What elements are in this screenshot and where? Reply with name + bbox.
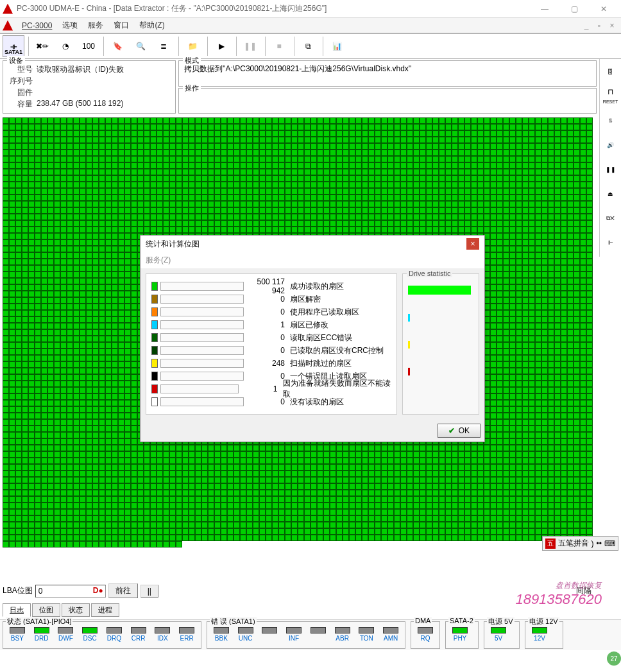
- dialog-title-bar[interactable]: 统计和计算位图 ×: [140, 236, 484, 252]
- tool-meter-icon[interactable]: ◔: [55, 35, 76, 57]
- led-12v: [532, 627, 547, 633]
- mdi-minimize[interactable]: _: [580, 20, 593, 31]
- menu-bar: PC-3000 选项 服务 窗口 帮助(Z) _ ▫ ×: [0, 18, 621, 33]
- ops-block: 操作: [178, 88, 597, 114]
- menu-app[interactable]: PC-3000: [17, 21, 57, 30]
- app-icon-small: [3, 21, 13, 31]
- device-model: 读取驱动器标识（ID)失败: [37, 64, 124, 75]
- side-sound-icon[interactable]: 🔊: [601, 135, 620, 155]
- ime-comma-icon: ••: [597, 539, 602, 548]
- device-info: 设备 型号读取驱动器标识（ID)失败 序列号 固件 容量238.47 GB (5…: [3, 60, 176, 114]
- ime-text: 五笔拼音: [558, 538, 589, 549]
- led-phy: [452, 627, 468, 633]
- dialog-title: 统计和计算位图: [146, 239, 200, 250]
- stat-row: 248扫描时跳过的扇区: [151, 358, 391, 369]
- stat-row: 0扇区解密: [151, 293, 391, 305]
- status-group-5v: 电源 5V 5V: [484, 621, 520, 649]
- check-icon: ✔: [448, 426, 455, 435]
- tool-sata1[interactable]: ⟛ SATA1: [3, 35, 24, 57]
- mdi-close[interactable]: ×: [606, 20, 618, 31]
- status-group-12v: 电源 12V 12V: [525, 621, 563, 649]
- side-connector-icon[interactable]: ⊩: [601, 232, 620, 253]
- right-sidebar: 🗄 ⊓RESET ⥮ 🔊 ❚❚ ⏏ ⧉✕ ⊩: [599, 59, 621, 257]
- menu-service[interactable]: 服务: [83, 20, 108, 31]
- maximize-button[interactable]: ▢: [559, 1, 589, 17]
- tool-pause-icon[interactable]: ❚❚: [239, 35, 261, 57]
- pause-button[interactable]: ||: [140, 585, 158, 598]
- status-group-dma: DMA RQ: [411, 621, 440, 649]
- dialog-menu[interactable]: 服务(Z): [140, 252, 484, 268]
- side-switch-icon[interactable]: ⥮: [601, 110, 620, 131]
- mode-text: 拷贝数据到''A:\PC3000\20190821-上海闪迪256G\Virtu…: [184, 64, 411, 73]
- side-disk-icon[interactable]: 🗄: [601, 62, 620, 82]
- goto-button[interactable]: 前往: [108, 583, 138, 598]
- stat-row: 1扇区已修改: [151, 319, 391, 331]
- stat-row: 0使用程序已读取扇区: [151, 306, 391, 318]
- status-group-sata2: SATA-2 PHY: [445, 621, 479, 649]
- stat-row: 0读取扇区ECC错误: [151, 332, 391, 343]
- badge-27: 27: [607, 651, 621, 666]
- led-rq: [418, 627, 433, 633]
- ime-moon-icon: ): [591, 539, 594, 548]
- ime-bar[interactable]: 五 五笔拼音 ) •• ⌨: [542, 536, 618, 551]
- tab-log[interactable]: 日志: [3, 603, 31, 617]
- tool-stop-icon[interactable]: ■: [268, 35, 290, 57]
- tool-chart-icon[interactable]: 📊: [326, 35, 348, 57]
- stat-row: 1因为准备就绪失败而扇区不能读取: [151, 383, 391, 395]
- menu-window[interactable]: 窗口: [108, 20, 134, 31]
- tool-settings-icon[interactable]: ✖✏: [31, 35, 53, 57]
- side-eject-icon[interactable]: ⏏: [601, 184, 620, 204]
- led-5v: [491, 627, 506, 633]
- app-icon: [3, 4, 13, 14]
- ime-icon: 五: [545, 538, 556, 549]
- minimize-button[interactable]: —: [530, 1, 559, 17]
- side-layers-icon[interactable]: ⧉✕: [601, 208, 620, 228]
- side-pause-icon[interactable]: ❚❚: [601, 159, 620, 180]
- tool-folder-icon[interactable]: 📁: [182, 35, 203, 57]
- lba-flag-icon: D●: [93, 586, 103, 595]
- dialog-close-button[interactable]: ×: [466, 238, 479, 250]
- menu-options[interactable]: 选项: [57, 20, 83, 31]
- lba-controls: LBA位图 D● 前往 || 间隔: [0, 581, 599, 601]
- mode-block: 模式 拷贝数据到''A:\PC3000\20190821-上海闪迪256G\Vi…: [178, 60, 597, 87]
- toolbar: ⟛ SATA1 ✖✏ ◔ 100 🔖 🔍 ≣ 📁 ▶ ❚❚ ■ ⧉ 📊: [0, 33, 621, 59]
- ime-keyboard-icon: ⌨: [604, 539, 615, 548]
- status-group-state: 状态 (SATA1)-[PIO4] BSYDRDDWFDSCDRQCRRIDXE…: [3, 621, 201, 649]
- tool-binoculars-icon[interactable]: 🔍: [130, 35, 151, 57]
- tool-bookmark-icon[interactable]: 🔖: [106, 35, 128, 57]
- dialog-ok-button[interactable]: ✔ OK: [438, 424, 481, 438]
- tool-play-icon[interactable]: ▶: [210, 35, 232, 57]
- side-reset-icon[interactable]: ⊓RESET: [601, 86, 620, 107]
- lba-label: LBA位图: [3, 585, 33, 596]
- tab-status[interactable]: 状态: [62, 603, 90, 617]
- dialog-stats-list: 500 117 942成功读取的扇区0扇区解密0使用程序已读取扇区1扇区已修改0…: [146, 273, 397, 415]
- status-group-error: 错 误 (SATA1) BBKUNCINFABRTONAMN: [207, 621, 405, 649]
- info-panel: 设备 型号读取驱动器标识（ID)失败 序列号 固件 容量238.47 GB (5…: [0, 59, 599, 115]
- status-bar: 状态 (SATA1)-[PIO4] BSYDRDDWFDSCDRQCRRIDXE…: [0, 619, 621, 650]
- mdi-restore[interactable]: ▫: [593, 20, 606, 31]
- tool-list-icon[interactable]: ≣: [153, 35, 174, 57]
- tab-process[interactable]: 进程: [91, 603, 119, 617]
- tool-copy-icon[interactable]: ⧉: [297, 35, 319, 57]
- title-bar: PC-3000 UDMA-E - China - [Data Extractor…: [0, 0, 621, 18]
- dialog-drive-stat: Drive statistic: [402, 273, 479, 415]
- stat-row: 500 117 942成功读取的扇区: [151, 280, 391, 292]
- menu-help[interactable]: 帮助(Z): [134, 20, 169, 31]
- tab-bitmap[interactable]: 位图: [32, 603, 60, 617]
- close-button[interactable]: ✕: [589, 1, 618, 17]
- device-capacity: 238.47 GB (500 118 192): [37, 99, 123, 110]
- stat-row: 0已读取的扇区没有CRC控制: [151, 345, 391, 356]
- tool-100-icon[interactable]: 100: [78, 35, 99, 57]
- stats-dialog: 统计和计算位图 × 服务(Z) 500 117 942成功读取的扇区0扇区解密0…: [140, 235, 485, 442]
- watermark: 盘首数据恢复 18913587620: [515, 580, 602, 608]
- window-title: PC-3000 UDMA-E - China - [Data Extractor…: [17, 3, 530, 14]
